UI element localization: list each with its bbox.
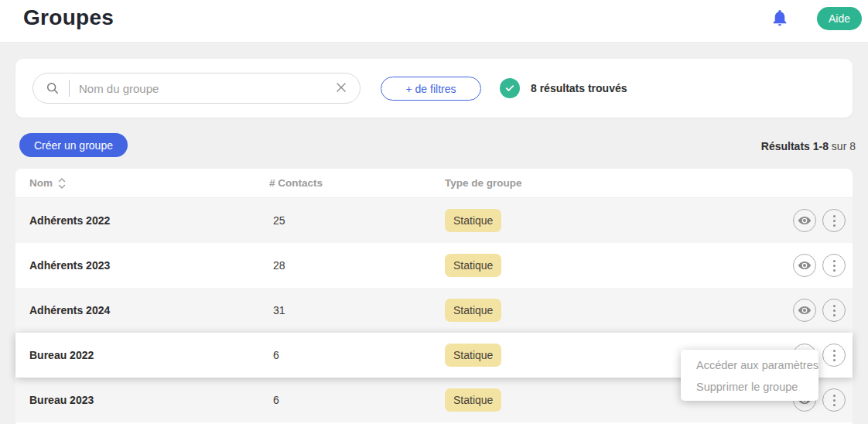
row-actions-menu-button[interactable]	[822, 388, 846, 412]
sort-chevrons-icon	[58, 177, 66, 190]
results-range: Résultats 1-8	[761, 140, 829, 152]
table-row[interactable]: Adhérents 2022 25 Statique	[15, 198, 853, 243]
results-suffix: sur 8	[829, 140, 856, 152]
group-name: Bureau 2023	[29, 394, 94, 406]
search-icon	[46, 81, 60, 95]
group-type-cell: Statique	[445, 388, 501, 412]
page-title: Groupes	[23, 5, 114, 30]
group-name: Adhérents 2023	[29, 259, 110, 272]
column-header-nom[interactable]: Nom	[29, 169, 66, 198]
app-header: Groupes Aide	[0, 0, 868, 43]
search-panel: + de filtres 8 résultats trouvés	[15, 59, 853, 118]
group-type-badge: Statique	[445, 388, 501, 412]
group-contact-count: 25	[273, 214, 285, 227]
kebab-menu-icon	[833, 215, 836, 227]
groupes-page: Groupes Aide + de filtres	[0, 0, 868, 424]
kebab-menu-icon	[833, 305, 836, 316]
group-type-cell: Statique	[445, 299, 501, 322]
search-input[interactable]	[79, 82, 333, 95]
x-clear-icon	[335, 81, 347, 94]
group-type-badge: Statique	[445, 299, 501, 322]
kebab-menu-icon	[833, 350, 836, 361]
column-header-type: Type de groupe	[445, 169, 522, 198]
row-actions-menu-button[interactable]	[822, 209, 846, 232]
group-contact-count: 31	[273, 304, 285, 316]
view-group-button[interactable]	[793, 299, 816, 322]
more-filters-button[interactable]: + de filtres	[381, 77, 481, 101]
group-contact-count: 28	[273, 259, 285, 272]
table-row[interactable]: Adhérents 2023 28 Statique	[15, 243, 853, 288]
eye-icon	[798, 214, 812, 227]
notification-bell-button[interactable]	[769, 8, 791, 29]
menu-item-access-settings[interactable]: Accéder aux paramètres	[681, 354, 818, 376]
row-actions-menu-button[interactable]	[822, 254, 846, 277]
clear-search-button[interactable]	[333, 80, 349, 96]
bell-icon	[771, 9, 789, 27]
check-circle-icon	[500, 78, 520, 98]
eye-icon	[798, 303, 812, 317]
group-contact-count: 6	[273, 394, 279, 406]
results-summary: Résultats 1-8 sur 8	[761, 140, 856, 152]
kebab-menu-icon	[833, 395, 836, 406]
row-actions-context-menu: Accéder aux paramètres Supprimer le grou…	[681, 350, 818, 401]
help-button[interactable]: Aide	[817, 7, 862, 30]
create-group-button[interactable]: Créer un groupe	[19, 133, 128, 157]
group-type-cell: Statique	[445, 344, 501, 367]
view-group-button[interactable]	[793, 209, 816, 232]
group-name: Bureau 2022	[29, 349, 94, 361]
kebab-menu-icon	[833, 260, 836, 272]
group-type-badge: Statique	[445, 254, 501, 277]
group-type-badge: Statique	[445, 344, 501, 367]
row-actions-menu-button[interactable]	[822, 299, 846, 322]
group-type-badge: Statique	[445, 209, 501, 232]
column-header-contacts: # Contacts	[269, 169, 323, 198]
group-type-cell: Statique	[445, 254, 501, 277]
search-box[interactable]	[32, 73, 361, 104]
row-actions-menu-button[interactable]	[822, 344, 846, 367]
group-type-cell: Statique	[445, 209, 501, 232]
eye-icon	[798, 258, 812, 272]
search-divider	[69, 80, 70, 97]
table-header: Nom # Contacts Type de groupe	[15, 169, 853, 198]
menu-item-delete-group[interactable]: Supprimer le groupe	[681, 376, 818, 398]
results-found-status: 8 résultats trouvés	[531, 78, 627, 98]
view-group-button[interactable]	[793, 254, 816, 277]
group-contact-count: 6	[273, 349, 279, 361]
group-name: Adhérents 2022	[29, 214, 110, 227]
table-row[interactable]: Adhérents 2024 31 Statique	[15, 288, 853, 333]
group-name: Adhérents 2024	[29, 304, 110, 316]
